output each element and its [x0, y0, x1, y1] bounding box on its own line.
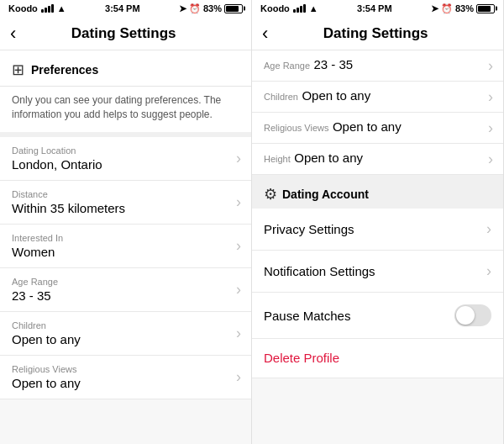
delete-profile-row[interactable]: Delete Profile [252, 339, 503, 378]
religious-views-row-left[interactable]: Religious Views Open to any [0, 356, 251, 399]
signal-bars-right [293, 4, 306, 13]
preferences-title: Preferences [31, 63, 98, 77]
dating-location-value: London, Ontario [12, 157, 239, 172]
right-content: Age Range 23 - 35 Children Open to any R… [252, 50, 503, 444]
battery-pct-left: 83% [203, 3, 222, 13]
age-range-value-right: 23 - 35 [314, 57, 354, 71]
religious-views-row-right[interactable]: Religious Views Open to any [252, 113, 503, 144]
location-icon-left: ➤ [179, 3, 186, 14]
carrier-right: Koodo [260, 3, 290, 13]
privacy-settings-row[interactable]: Privacy Settings › [252, 209, 503, 251]
nav-bar-left: ‹ Dating Settings [0, 17, 251, 50]
children-value-right: Open to any [302, 88, 370, 103]
wifi-icon-right: ▲ [309, 3, 318, 13]
status-bar-right: Koodo ▲ 3:54 PM ➤ ⏰ 83% [252, 0, 503, 17]
back-button-left[interactable]: ‹ [10, 24, 16, 43]
children-row-right[interactable]: Children Open to any [252, 82, 503, 113]
notification-settings-row[interactable]: Notification Settings › [252, 251, 503, 293]
alarm-icon-right: ⏰ [441, 3, 453, 14]
age-range-label-right: Age Range [264, 61, 310, 71]
pause-matches-row[interactable]: Pause Matches [252, 293, 503, 339]
children-label-right: Children [264, 92, 298, 102]
page-title-right: Dating Settings [275, 25, 476, 42]
children-value-left: Open to any [12, 332, 239, 346]
carrier-left: Koodo [8, 3, 38, 13]
religious-views-label-left: Religious Views [12, 364, 239, 374]
dating-account-title: Dating Account [282, 188, 369, 201]
page-title-left: Dating Settings [23, 25, 224, 42]
nav-bar-right: ‹ Dating Settings [252, 17, 503, 50]
location-icon-right: ➤ [431, 3, 438, 14]
preferences-header: ⊞ Preferences [0, 50, 251, 87]
distance-row[interactable]: Distance Within 35 kilometers [0, 181, 251, 225]
interested-in-row[interactable]: Interested In Women [0, 225, 251, 268]
children-row-left[interactable]: Children Open to any [0, 312, 251, 356]
battery-pct-right: 83% [455, 3, 474, 13]
height-value-right: Open to any [294, 151, 363, 165]
notification-settings-label: Notification Settings [264, 264, 375, 278]
dating-location-label: Dating Location [12, 145, 239, 156]
dating-location-row[interactable]: Dating Location London, Ontario [0, 137, 251, 181]
height-row-right[interactable]: Height Open to any [252, 144, 503, 175]
privacy-settings-label: Privacy Settings [264, 222, 354, 236]
time-left: 3:54 PM [105, 3, 140, 13]
religious-views-value-right: Open to any [333, 119, 402, 134]
left-panel: Koodo ▲ 3:54 PM ➤ ⏰ 83% ‹ Dating Setting… [0, 0, 252, 444]
pause-matches-label: Pause Matches [264, 309, 350, 323]
wifi-icon-left: ▲ [57, 3, 66, 13]
signal-bars-left [41, 4, 54, 13]
privacy-settings-chevron: › [486, 220, 491, 238]
age-range-row-left[interactable]: Age Range 23 - 35 [0, 268, 251, 312]
pause-matches-toggle[interactable] [454, 304, 491, 326]
children-label-left: Children [12, 320, 239, 330]
height-label-right: Height [264, 154, 291, 164]
battery-icon-left [224, 4, 243, 13]
interested-in-label: Interested In [12, 233, 239, 243]
preferences-description: Only you can see your dating preferences… [0, 87, 251, 137]
right-panel: Koodo ▲ 3:54 PM ➤ ⏰ 83% ‹ Dating Setting… [252, 0, 504, 444]
distance-value: Within 35 kilometers [12, 201, 239, 215]
age-range-label-left: Age Range [12, 277, 239, 287]
status-bar-left: Koodo ▲ 3:54 PM ➤ ⏰ 83% [0, 0, 251, 17]
distance-label: Distance [12, 189, 239, 199]
preferences-icon: ⊞ [12, 61, 24, 79]
notification-settings-chevron: › [486, 262, 491, 280]
battery-icon-right [476, 4, 495, 13]
age-range-value-left: 23 - 35 [12, 288, 239, 303]
delete-profile-label: Delete Profile [264, 351, 339, 365]
toggle-knob [456, 306, 475, 325]
time-right: 3:54 PM [357, 3, 392, 13]
back-button-right[interactable]: ‹ [262, 24, 268, 43]
interested-in-value: Women [12, 245, 239, 259]
settings-gear-icon: ⚙ [264, 185, 277, 204]
alarm-icon-left: ⏰ [189, 3, 201, 14]
religious-views-label-right: Religious Views [264, 123, 328, 133]
age-range-row-right[interactable]: Age Range 23 - 35 [252, 50, 503, 82]
top-settings-section: Age Range 23 - 35 Children Open to any R… [252, 50, 503, 180]
religious-views-value-left: Open to any [12, 376, 239, 390]
dating-account-header: ⚙ Dating Account [252, 180, 503, 209]
left-content: ⊞ Preferences Only you can see your dati… [0, 50, 251, 444]
